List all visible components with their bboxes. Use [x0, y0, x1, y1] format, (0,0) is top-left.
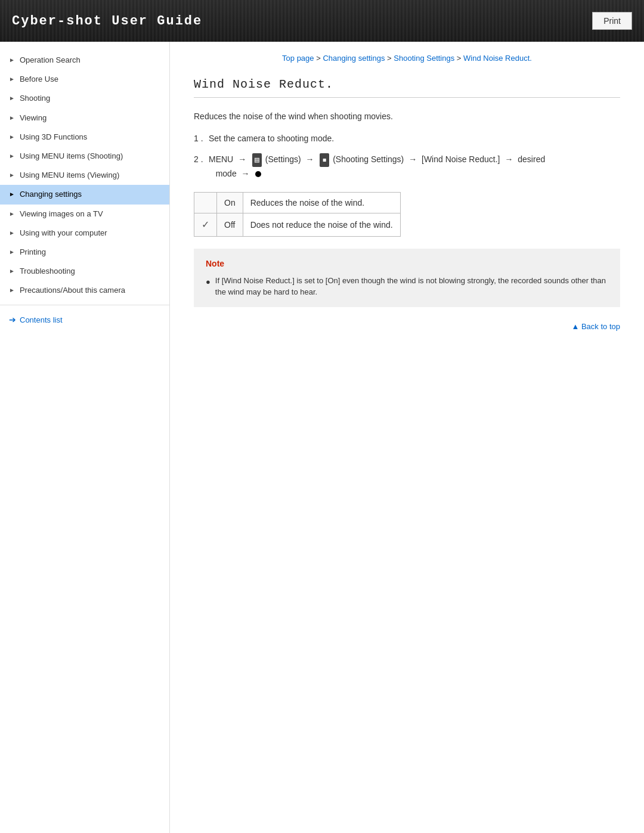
arrow-icon: ►: [9, 171, 15, 179]
sidebar: ► Operation Search ► Before Use ► Shooti…: [0, 42, 170, 833]
step-1-number: 1 .: [194, 132, 209, 145]
breadcrumb-changing-settings[interactable]: Changing settings: [323, 54, 385, 63]
arrow-icon: ►: [9, 94, 15, 103]
arrow-icon: ►: [9, 190, 15, 199]
arrow-icon: ►: [9, 248, 15, 256]
breadcrumb-top-page[interactable]: Top page: [282, 54, 314, 63]
note-title: Note: [206, 258, 608, 270]
sidebar-item-precautions[interactable]: ► Precautions/About this camera: [0, 281, 169, 300]
shooting-icon: ▪: [320, 153, 329, 167]
arrow-icon: →: [408, 154, 417, 164]
sidebar-item-label: Changing settings: [20, 189, 82, 200]
arrow-icon: ►: [9, 75, 15, 83]
breadcrumb-sep1: >: [314, 54, 323, 63]
arrow-icon: ►: [9, 286, 15, 295]
breadcrumb-sep2: >: [385, 54, 394, 63]
page-title: Wind Noise Reduct.: [194, 78, 620, 98]
arrow-right-icon: ➔: [9, 315, 16, 324]
sidebar-item-menu-viewing[interactable]: ► Using MENU items (Viewing): [0, 166, 169, 185]
arrow-icon: ►: [9, 229, 15, 237]
sidebar-item-printing[interactable]: ► Printing: [0, 243, 169, 262]
breadcrumb: Top page > Changing settings > Shooting …: [194, 54, 620, 63]
back-to-top-link[interactable]: ▲ Back to top: [571, 322, 620, 331]
breadcrumb-current: Wind Noise Reduct.: [463, 54, 532, 63]
sidebar-item-shooting[interactable]: ► Shooting: [0, 89, 169, 108]
sidebar-item-label: Printing: [20, 247, 46, 258]
arrow-icon: →: [504, 154, 513, 164]
circle-icon: [255, 171, 261, 177]
step-2: 2 . MENU → ▤ (Settings) → ▪ (Shooting Se…: [194, 153, 620, 180]
sidebar-item-label: Viewing images on a TV: [20, 209, 103, 219]
row-desc-on: Reduces the noise of the wind.: [243, 192, 400, 213]
arrow-icon: →: [306, 154, 314, 164]
row-label-on: On: [217, 192, 243, 213]
sidebar-item-label: Using MENU items (Shooting): [20, 151, 123, 162]
back-to-top-label: Back to top: [581, 322, 620, 331]
note-text: If [Wind Noise Reduct.] is set to [On] e…: [215, 275, 608, 298]
step-2-text: MENU → ▤ (Settings) → ▪ (Shooting Settin…: [209, 153, 620, 180]
app-title: Cyber-shot User Guide: [12, 14, 202, 29]
header: Cyber-shot User Guide Print: [0, 0, 644, 42]
table-row: ✓ Off Does not reduce the noise of the w…: [194, 213, 401, 237]
row-icon-cell: [194, 192, 217, 213]
content-area: Top page > Changing settings > Shooting …: [170, 42, 644, 833]
row-icon-checkmark: ✓: [194, 213, 217, 237]
sidebar-item-viewing[interactable]: ► Viewing: [0, 109, 169, 128]
sidebar-item-troubleshooting[interactable]: ► Troubleshooting: [0, 262, 169, 281]
sidebar-item-label: Using MENU items (Viewing): [20, 170, 119, 181]
arrow-icon: ►: [9, 56, 15, 64]
breadcrumb-shooting-settings[interactable]: Shooting Settings: [394, 54, 454, 63]
sidebar-item-viewing-tv[interactable]: ► Viewing images on a TV: [0, 205, 169, 224]
sidebar-item-label: Shooting: [20, 93, 50, 104]
contents-list-link[interactable]: ➔ Contents list: [0, 310, 169, 329]
arrow-icon: ►: [9, 267, 15, 275]
sidebar-item-label: Using with your computer: [20, 228, 107, 239]
breadcrumb-sep3: >: [454, 54, 463, 63]
arrow-icon: ►: [9, 133, 15, 141]
step-1-text: Set the camera to shooting mode.: [209, 132, 620, 145]
sidebar-item-label: Before Use: [20, 74, 58, 85]
print-button[interactable]: Print: [592, 12, 632, 30]
step-2-number: 2 .: [194, 153, 209, 166]
sidebar-item-label: Using 3D Functions: [20, 132, 87, 143]
sidebar-item-label: Troubleshooting: [20, 266, 75, 277]
arrow-icon: →: [238, 154, 246, 164]
sidebar-item-label: Viewing: [20, 113, 47, 123]
sidebar-item-3d-functions[interactable]: ► Using 3D Functions: [0, 128, 169, 147]
note-box: Note ● If [Wind Noise Reduct.] is set to…: [194, 249, 620, 307]
intro-text: Reduces the noise of the wind when shoot…: [194, 110, 620, 123]
arrow-icon: ►: [9, 114, 15, 122]
settings-table: On Reduces the noise of the wind. ✓ Off …: [194, 192, 401, 237]
sidebar-item-label: Precautions/About this camera: [20, 285, 125, 296]
back-to-top: ▲ Back to top: [194, 322, 620, 331]
sidebar-divider: [0, 305, 169, 305]
row-label-off: Off: [217, 213, 243, 237]
sidebar-item-changing-settings[interactable]: ► Changing settings: [0, 185, 169, 204]
arrow-icon: →: [242, 169, 250, 178]
triangle-up-icon: ▲: [571, 322, 579, 331]
content-body: Reduces the noise of the wind when shoot…: [194, 110, 620, 307]
checkmark-icon: ✓: [202, 219, 209, 230]
arrow-icon: ►: [9, 210, 15, 218]
sidebar-item-label: Operation Search: [20, 55, 80, 66]
sidebar-item-computer[interactable]: ► Using with your computer: [0, 224, 169, 243]
settings-icon: ▤: [252, 153, 262, 167]
sidebar-item-before-use[interactable]: ► Before Use: [0, 70, 169, 89]
arrow-icon: ►: [9, 152, 15, 160]
main-layout: ► Operation Search ► Before Use ► Shooti…: [0, 42, 644, 833]
sidebar-item-menu-shooting[interactable]: ► Using MENU items (Shooting): [0, 147, 169, 166]
row-desc-off: Does not reduce the noise of the wind.: [243, 213, 400, 237]
table-row: On Reduces the noise of the wind.: [194, 192, 401, 213]
bullet-icon: ●: [206, 276, 210, 288]
note-item: ● If [Wind Noise Reduct.] is set to [On]…: [206, 275, 608, 298]
contents-list-label: Contents list: [20, 315, 63, 324]
sidebar-item-operation-search[interactable]: ► Operation Search: [0, 51, 169, 70]
step-1: 1 . Set the camera to shooting mode.: [194, 132, 620, 145]
